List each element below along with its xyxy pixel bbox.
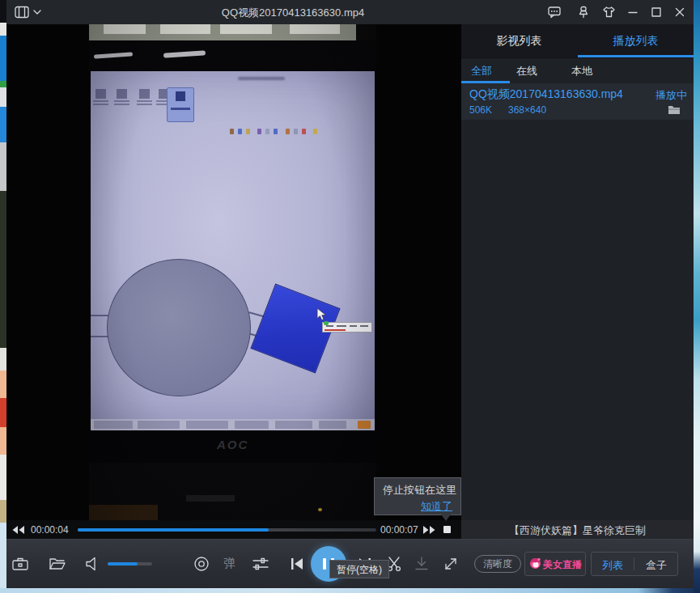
desktop-fragment xyxy=(0,371,6,398)
time-current: 00:00:04 xyxy=(31,524,69,536)
video-surface[interactable]: AOC xyxy=(89,24,376,520)
recorded-cursor-icon xyxy=(316,307,327,321)
desk-light-dot xyxy=(318,508,322,511)
desktop-fragment xyxy=(0,500,6,523)
close-button[interactable] xyxy=(673,6,686,19)
rewind-icon[interactable] xyxy=(11,525,25,535)
tooltip-arrow xyxy=(441,515,451,521)
desktop-fragment xyxy=(0,23,6,36)
desktop-edge-left xyxy=(0,0,6,593)
progress-row: 00:00:04 00:00:07 xyxy=(6,520,461,539)
desk-object xyxy=(89,505,158,520)
stop-hint-tooltip: 停止按钮在这里 知道了 xyxy=(374,477,461,515)
measurement-tooltip xyxy=(322,322,372,333)
monitor-screen xyxy=(91,71,375,430)
video-wall-background xyxy=(89,24,376,42)
desktop-fragment xyxy=(0,87,6,107)
tab-movie-list[interactable]: 影视列表 xyxy=(461,24,577,57)
playlist-item-resolution: 368×640 xyxy=(508,104,546,116)
open-containing-folder-icon[interactable] xyxy=(668,105,681,115)
button-divider xyxy=(634,557,634,570)
desktop-fragment xyxy=(0,36,6,81)
progress-track[interactable] xyxy=(78,528,376,532)
desktop-fragment xyxy=(0,0,6,23)
screen-title-text-blur xyxy=(238,77,285,80)
volume-fill xyxy=(108,562,138,565)
quality-button[interactable]: 清晰度 xyxy=(474,555,521,573)
player-window: QQ视频20170413163630.mp4 xyxy=(6,0,694,588)
fullscreen-icon[interactable] xyxy=(442,555,460,573)
desktop-fragment xyxy=(0,427,6,455)
screen-toolbar-icon xyxy=(136,89,154,118)
progress-fill xyxy=(78,528,269,532)
stop-hint-text: 停止按钮在这里 xyxy=(383,483,456,498)
desktop-taskbar-strip xyxy=(0,588,694,593)
subtab-local[interactable]: 本地 xyxy=(571,64,592,78)
playlist-item-size: 506K xyxy=(469,104,492,116)
list-box-button-group: 列表 盒子 xyxy=(591,552,678,576)
danmu-eye-icon[interactable] xyxy=(193,555,210,573)
maximize-button[interactable] xyxy=(650,6,663,19)
window-title: QQ视频20170413163630.mp4 xyxy=(222,6,364,20)
desktop-fragment xyxy=(0,191,6,348)
screen-taskbar xyxy=(91,419,375,430)
playlist-panel: 影视列表 播放列表 全部 在线 本地 xyxy=(461,24,694,520)
stop-button[interactable] xyxy=(443,526,451,533)
desktop-fragment xyxy=(0,142,6,191)
playlist-item-name[interactable]: QQ视频20170413163630.mp4 xyxy=(469,87,623,102)
tuner-sliders-icon[interactable] xyxy=(252,555,269,573)
pause-tooltip-text: 暂停(空格) xyxy=(337,564,382,575)
tab-movie-list-label: 影视列表 xyxy=(497,34,542,47)
live-show-button[interactable]: 美女直播 xyxy=(524,552,586,576)
skin-icon[interactable] xyxy=(602,6,615,19)
desktop-fragment xyxy=(0,107,6,142)
feedback-icon[interactable] xyxy=(548,6,561,19)
minimize-button[interactable] xyxy=(626,6,639,19)
previous-icon[interactable] xyxy=(289,555,307,573)
tab-play-list[interactable]: 播放列表 xyxy=(578,24,694,57)
desktop-fragment xyxy=(0,523,6,593)
subtab-all[interactable]: 全部 xyxy=(471,64,492,78)
playlist-item[interactable]: QQ视频20170413163630.mp4 播放中 506K 368×640 xyxy=(461,83,694,120)
volume-track[interactable] xyxy=(108,562,152,565)
panel-subtab-row: 全部 在线 本地 xyxy=(461,57,694,83)
open-file-icon[interactable] xyxy=(49,555,66,573)
screen-mini-toolbar xyxy=(230,123,321,129)
desktop-fragment xyxy=(0,81,6,87)
pause-tooltip: 暂停(空格) xyxy=(329,560,389,578)
snap-point-dot xyxy=(324,321,329,325)
subtab-online[interactable]: 在线 xyxy=(516,64,537,78)
toolbox-icon[interactable] xyxy=(11,555,29,573)
player-logo-icon[interactable] xyxy=(15,6,29,19)
box-button[interactable]: 盒子 xyxy=(635,558,677,573)
screen-toolbar-selected-icon xyxy=(167,87,194,122)
desk-object xyxy=(186,495,235,502)
danmu-toggle[interactable]: 弹 xyxy=(223,556,235,571)
live-girl-icon xyxy=(529,557,541,570)
promo-link[interactable]: 【西游伏妖篇】星爷徐克巨制 xyxy=(461,523,694,538)
desktop-fragment xyxy=(0,348,6,371)
panel-tab-row: 影视列表 播放列表 xyxy=(461,24,694,58)
desktop-fragment xyxy=(0,398,6,427)
promo-row: 【西游伏妖篇】星爷徐克巨制 xyxy=(461,520,694,539)
time-total: 00:00:07 xyxy=(380,524,418,536)
monitor-brand-label: AOC xyxy=(217,438,248,451)
stop-hint-got-it-link[interactable]: 知道了 xyxy=(421,499,452,514)
live-show-label: 美女直播 xyxy=(543,558,582,572)
video-area[interactable]: AOC xyxy=(6,24,461,520)
list-button[interactable]: 列表 xyxy=(592,558,634,573)
pushpin-icon[interactable] xyxy=(577,6,590,19)
playing-status-badge: 播放中 xyxy=(655,88,687,103)
fast-forward-icon[interactable] xyxy=(422,525,436,535)
quality-label: 清晰度 xyxy=(483,558,512,570)
main-menu-chevron-icon[interactable] xyxy=(33,10,41,15)
monitor-bottom-bezel: AOC xyxy=(89,430,376,463)
screen-toolbar-icon xyxy=(113,89,131,118)
desk-area xyxy=(89,463,376,520)
download-icon[interactable] xyxy=(413,555,431,573)
monitor-top-bezel xyxy=(89,40,376,71)
volume-icon[interactable] xyxy=(85,555,103,573)
desktop-fragment xyxy=(0,455,6,500)
screen-toolbar-icon xyxy=(92,89,110,118)
screen: QQ视频20170413163630.mp4 xyxy=(0,0,700,593)
